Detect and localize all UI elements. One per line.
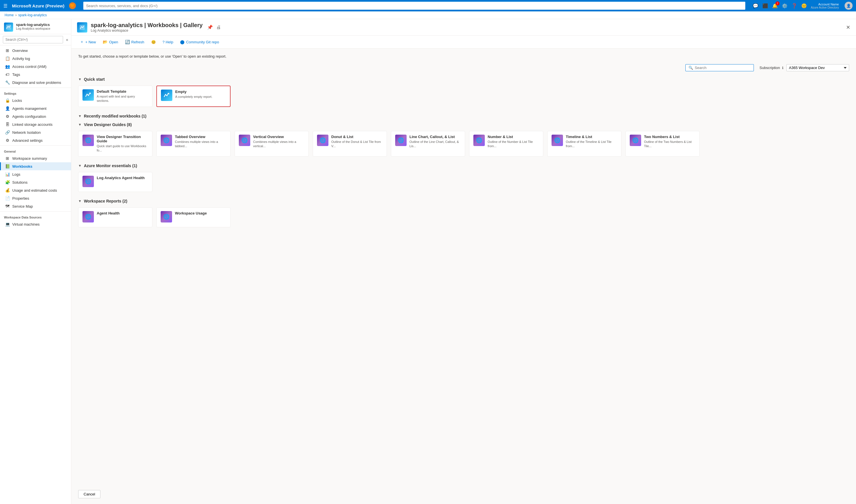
timeline-list-icon: 🌐 <box>552 134 563 146</box>
sidebar-item-agents-config[interactable]: ⚙ Agents configuration <box>0 112 71 120</box>
sidebar-item-linked-storage[interactable]: 🗄 Linked storage accounts <box>0 120 71 128</box>
sidebar: spark-log-analytics Log Analytics worksp… <box>0 19 71 504</box>
help-icon[interactable]: ❓ <box>791 3 797 8</box>
resource-title: spark-log-analytics | Workbooks | Galler… <box>91 22 202 29</box>
notifications-icon[interactable]: 🔔 7 <box>772 3 778 8</box>
card-vertical-overview[interactable]: 🌐 Vertical Overview Combines multiple vi… <box>234 131 309 157</box>
sidebar-section-settings: Settings <box>0 89 71 96</box>
sidebar-item-agents-mgmt[interactable]: 👤 Agents management <box>0 104 71 112</box>
logs-icon: 📊 <box>5 172 10 177</box>
settings-icon[interactable]: ⚙️ <box>782 3 787 8</box>
properties-icon: 📄 <box>5 196 10 200</box>
sidebar-label-solutions: Solutions <box>12 180 28 184</box>
new-button[interactable]: ＋ + New <box>77 38 99 46</box>
sidebar-label-properties: Properties <box>12 196 29 200</box>
global-search-input[interactable] <box>83 2 745 10</box>
sidebar-item-activity-log[interactable]: 📋 Activity log <box>0 54 71 62</box>
empty-template-icon <box>161 90 172 101</box>
sidebar-label-workspace-summary: Workspace summary <box>12 156 47 161</box>
sidebar-item-virtual-machines[interactable]: 💻 Virtual machines <box>0 220 71 228</box>
sidebar-item-usage-costs[interactable]: 💰 Usage and estimated costs <box>0 186 71 194</box>
workspace-usage-icon: 🌐 <box>161 211 172 222</box>
sidebar-item-network-isolation[interactable]: 🔗 Network Isolation <box>0 128 71 136</box>
section-header-quick-start[interactable]: ▼ Quick start <box>78 77 849 82</box>
card-empty[interactable]: Empty A completely empty report. <box>156 86 231 107</box>
card-view-designer-transition[interactable]: 🌐 View Designer Transition Guide Quick s… <box>78 131 153 157</box>
section-header-azure-monitor[interactable]: ▼ Azure Monitor essentials (1) <box>78 163 849 168</box>
breadcrumb-resource[interactable]: spark-log-analytics <box>18 13 47 17</box>
card-tabbed-overview[interactable]: 🌐 Tabbed Overview Combines multiple view… <box>156 131 231 157</box>
account-info: Account Name Azure Active Directory <box>811 3 839 9</box>
account-name: Account Name <box>818 3 839 6</box>
smiley-icon[interactable]: 😊 <box>801 3 807 8</box>
gallery-search-box: 🔍 <box>685 64 754 71</box>
sidebar-item-locks[interactable]: 🔒 Locks <box>0 96 71 104</box>
sidebar-search-input[interactable] <box>3 36 63 43</box>
sidebar-divider-3 <box>0 211 71 212</box>
sidebar-item-properties[interactable]: 📄 Properties <box>0 194 71 202</box>
gallery-content: To get started, choose a report or templ… <box>71 49 856 487</box>
card-log-analytics-agent-health[interactable]: 🌐 Log Analytics Agent Health <box>78 172 153 192</box>
subscription-label: Subscription ℹ <box>760 66 784 70</box>
hamburger-menu[interactable]: ☰ <box>3 3 7 8</box>
content-area: spark-log-analytics | Workbooks | Galler… <box>71 19 856 504</box>
activity-log-icon: 📋 <box>5 56 10 61</box>
sidebar-item-overview[interactable]: ⊞ Overview <box>0 47 71 54</box>
community-button[interactable]: ⬤ Community Git repo <box>177 38 222 46</box>
advanced-settings-icon: ⚙ <box>5 138 10 143</box>
sidebar-item-tags[interactable]: 🏷 Tags <box>0 70 71 78</box>
feedback-icon[interactable]: 💬 <box>753 3 759 8</box>
breadcrumb-home[interactable]: Home <box>4 13 14 17</box>
gallery-search-input[interactable] <box>695 66 751 70</box>
section-header-view-designer[interactable]: ▼ View Designer Guides (8) <box>78 122 849 127</box>
card-agent-health[interactable]: 🌐 Agent Health <box>78 208 153 227</box>
card-number-list[interactable]: 🌐 Number & List Outline of the Number & … <box>469 131 543 157</box>
agent-health-icon: 🌐 <box>83 211 94 222</box>
refresh-button[interactable]: 🔄 Refresh <box>122 38 147 46</box>
azure-icon-badge: 🧡 <box>69 2 76 9</box>
open-label: Open <box>109 40 118 44</box>
line-chart-text: Line Chart, Callout, & List Outline of t… <box>409 134 461 149</box>
cloud-shell-icon[interactable]: ⬛ <box>762 3 768 8</box>
community-label: Community Git repo <box>186 40 219 44</box>
donut-list-title: Donut & List <box>331 134 382 139</box>
card-timeline-list[interactable]: 🌐 Timeline & List Outline of the Timelin… <box>547 131 622 157</box>
view-designer-chevron: ▼ <box>78 123 82 127</box>
card-line-chart[interactable]: 🌐 Line Chart, Callout, & List Outline of… <box>391 131 465 157</box>
subscription-select[interactable]: A365 Workspace Dev <box>786 64 849 71</box>
close-button[interactable]: ✕ <box>846 24 850 31</box>
sidebar-item-logs[interactable]: 📊 Logs <box>0 170 71 178</box>
card-two-numbers-list[interactable]: 🌐 Two Numbers & List Outline of the Two … <box>625 131 700 157</box>
sidebar-item-workspace-summary[interactable]: ⊞ Workspace summary <box>0 154 71 162</box>
section-header-workspace-reports[interactable]: ▼ Workspace Reports (2) <box>78 199 849 203</box>
top-navbar: ☰ Microsoft Azure (Preview) 🧡 💬 ⬛ 🔔 7 ⚙️… <box>0 0 856 12</box>
sidebar-item-workbooks[interactable]: 📗 Workbooks <box>0 162 71 170</box>
help-button[interactable]: ? Help <box>160 38 176 46</box>
section-header-recently-modified[interactable]: ▼ Recently modified workbooks (1) <box>78 114 849 119</box>
sidebar-item-service-map[interactable]: 🗺 Service Map <box>0 202 71 210</box>
sidebar-item-diagnose[interactable]: 🔧 Diagnose and solve problems <box>0 78 71 86</box>
sidebar-title-block: spark-log-analytics Log Analytics worksp… <box>16 22 50 30</box>
cancel-button[interactable]: Cancel <box>78 490 101 498</box>
default-template-text: Default Template A report with text and … <box>97 89 148 103</box>
recently-modified-chevron: ▼ <box>78 114 82 118</box>
usage-costs-icon: 💰 <box>5 188 10 193</box>
card-donut-list[interactable]: 🌐 Donut & List Outline of the Donut & Li… <box>313 131 387 157</box>
feedback-button[interactable]: 😊 <box>148 38 159 46</box>
sidebar-collapse-button[interactable]: « <box>66 37 68 42</box>
card-workspace-usage[interactable]: 🌐 Workspace Usage <box>156 208 231 227</box>
print-icon[interactable]: 🖨 <box>216 25 221 30</box>
workspace-usage-text: Workspace Usage <box>175 211 207 216</box>
sidebar-label-network-isolation: Network Isolation <box>12 130 41 134</box>
recently-modified-label: Recently modified workbooks (1) <box>84 114 146 119</box>
sidebar-item-solutions[interactable]: 🧩 Solutions <box>0 178 71 186</box>
sidebar-item-advanced-settings[interactable]: ⚙ Advanced settings <box>0 136 71 144</box>
line-chart-icon: 🌐 <box>395 134 407 146</box>
sidebar-resource-subtitle: Log Analytics workspace <box>16 27 50 30</box>
pin-icon[interactable]: 📌 <box>207 24 213 30</box>
card-default-template[interactable]: Default Template A report with text and … <box>78 86 153 107</box>
quick-start-cards-grid: Default Template A report with text and … <box>78 86 849 107</box>
user-avatar[interactable]: 👤 <box>844 2 853 10</box>
open-button[interactable]: 📂 Open <box>100 38 121 46</box>
sidebar-item-access-control[interactable]: 👥 Access control (IAM) <box>0 62 71 70</box>
